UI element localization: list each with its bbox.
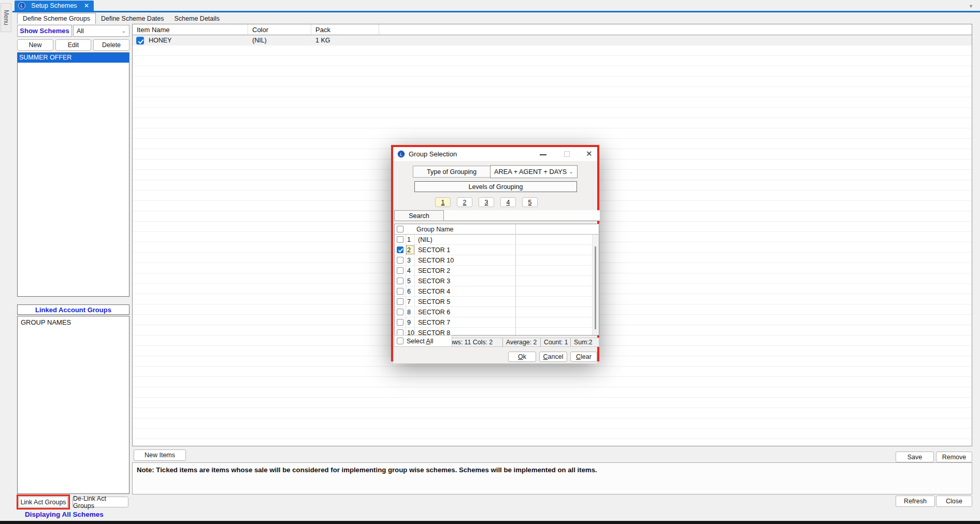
group-name-column-header[interactable]: Group Name: [416, 226, 454, 233]
items-table-header: Item Name Color Pack: [133, 24, 972, 35]
tabstrip-accent-line: [12, 11, 980, 12]
refresh-button[interactable]: Refresh: [896, 496, 935, 507]
level-button-label: 5: [528, 199, 532, 206]
linked-groups-header: GROUP NAMES: [21, 318, 71, 326]
subtab-bar: Define Scheme Groups Define Scheme Dates…: [17, 13, 225, 24]
group-row-name: SECTOR 10: [415, 257, 454, 264]
window-bottom-border: [0, 521, 980, 524]
group-row[interactable]: 2 SECTOR 1: [395, 245, 599, 255]
column-header-color[interactable]: Color: [248, 24, 311, 35]
menu-side-tab[interactable]: Menu: [1, 3, 11, 32]
window-tab-setup-schemes[interactable]: L Setup Schemes ✕: [15, 1, 94, 11]
select-all-checkbox[interactable]: [397, 338, 403, 344]
remove-button[interactable]: Remove: [936, 452, 972, 462]
group-selection-dialog: L Group Selection ✕ Type of Grouping ARE…: [391, 145, 599, 361]
group-row-checkbox[interactable]: [397, 278, 403, 284]
group-row-name: SECTOR 1: [415, 246, 450, 254]
clear-button[interactable]: Clear: [570, 352, 597, 362]
group-table: Group Name 1 (NIL) 2 SECTO: [394, 224, 599, 336]
chevron-down-icon: ⌄: [122, 28, 126, 34]
group-row-name: SECTOR 6: [415, 309, 450, 316]
edit-button[interactable]: Edit: [55, 39, 91, 51]
delete-button[interactable]: Delete: [93, 39, 129, 51]
group-row[interactable]: 5 SECTOR 3: [395, 276, 599, 286]
linked-groups-list[interactable]: GROUP NAMES: [17, 316, 129, 494]
group-row-checkbox[interactable]: [397, 236, 403, 243]
header-checkbox[interactable]: [397, 226, 403, 232]
close-button[interactable]: Close: [936, 496, 972, 507]
scrollbar-thumb[interactable]: [595, 246, 596, 329]
ok-button[interactable]: Ok: [508, 352, 536, 362]
chevron-down-icon: ⌄: [569, 169, 573, 174]
type-of-grouping-value: AREA + AGENT + DAYS: [494, 168, 567, 176]
displaying-schemes-status: Displaying All Schemes: [25, 511, 104, 518]
group-row-checkbox[interactable]: [397, 288, 403, 295]
column-header-pack[interactable]: Pack: [311, 24, 379, 35]
level-button[interactable]: 3: [479, 197, 494, 207]
ok-button-label: Ok: [518, 353, 526, 360]
item-color-cell: (NIL): [248, 37, 311, 44]
scheme-list-item[interactable]: SUMMER OFFER: [18, 53, 129, 63]
group-row-checkbox[interactable]: [397, 246, 403, 253]
column-divider: [515, 224, 516, 335]
vertical-scrollbar[interactable]: [592, 235, 599, 335]
group-row[interactable]: 3 SECTOR 10: [395, 255, 599, 266]
column-header-item-name[interactable]: Item Name: [133, 24, 248, 35]
group-row-number: 1: [406, 235, 415, 244]
group-row-checkbox[interactable]: [397, 257, 403, 264]
tab-overflow-chevron-icon[interactable]: ▼: [969, 4, 973, 9]
dialog-body: Type of Grouping AREA + AGENT + DAYS ⌄ L…: [393, 161, 597, 363]
group-row-name: SECTOR 7: [415, 319, 450, 326]
cancel-button[interactable]: Cancel: [539, 352, 567, 362]
group-row-checkbox[interactable]: [397, 309, 403, 315]
subtab[interactable]: Define Scheme Dates: [96, 13, 169, 24]
scheme-list: SUMMER OFFER: [17, 52, 129, 297]
delink-act-groups-button[interactable]: De-Link Act Groups: [73, 497, 128, 507]
group-row[interactable]: 9 SECTOR 7: [395, 317, 599, 328]
group-row[interactable]: 7 SECTOR 5: [395, 297, 599, 307]
group-row-checkbox[interactable]: [397, 319, 403, 326]
item-checkbox[interactable]: [136, 37, 144, 45]
search-label: Search: [394, 210, 444, 221]
scheme-filter-dropdown[interactable]: All ⌄: [73, 25, 129, 37]
type-of-grouping-dropdown[interactable]: AREA + AGENT + DAYS ⌄: [490, 165, 578, 178]
group-row[interactable]: 1 (NIL): [395, 235, 599, 245]
search-input[interactable]: [444, 210, 600, 221]
linked-account-groups-title: Linked Account Groups: [17, 304, 129, 315]
close-icon[interactable]: ✕: [586, 149, 593, 158]
note-text: Note: Ticked items are items whose sale …: [132, 462, 972, 494]
statusbar-segment: Count: 1: [540, 338, 570, 346]
select-all-row[interactable]: Select All: [394, 335, 452, 347]
level-button-label: 4: [507, 199, 510, 206]
cancel-button-label: Cancel: [543, 353, 564, 360]
new-items-button[interactable]: New Items: [134, 449, 186, 461]
new-button[interactable]: New: [17, 39, 53, 51]
group-row-name: (NIL): [415, 236, 433, 243]
group-row[interactable]: 10 SECTOR 8: [395, 328, 599, 336]
statusbar-segment: Average: 2: [502, 338, 540, 346]
subtab[interactable]: Define Scheme Groups: [17, 13, 96, 24]
link-act-groups-button[interactable]: Link Act Groups: [19, 497, 68, 507]
maximize-icon[interactable]: [564, 151, 570, 157]
minimize-icon[interactable]: [540, 154, 546, 155]
level-button[interactable]: 1: [435, 197, 451, 207]
group-row[interactable]: 4 SECTOR 2: [395, 266, 599, 276]
group-row[interactable]: 8 SECTOR 6: [395, 307, 599, 317]
level-button[interactable]: 5: [522, 197, 538, 207]
group-row[interactable]: 6 SECTOR 4: [395, 286, 599, 297]
level-button[interactable]: 4: [500, 197, 516, 207]
group-row-checkbox[interactable]: [397, 298, 403, 305]
dialog-titlebar[interactable]: L Group Selection ✕: [393, 147, 597, 161]
level-button[interactable]: 2: [457, 197, 472, 207]
tab-close-icon[interactable]: ✕: [83, 2, 90, 9]
dialog-logo-icon: L: [397, 150, 405, 158]
item-row[interactable]: HONEY (NIL) 1 KG: [133, 35, 972, 46]
group-row-checkbox[interactable]: [397, 267, 403, 274]
scheme-name: SUMMER OFFER: [19, 54, 71, 61]
subtab[interactable]: Scheme Details: [169, 13, 225, 24]
dialog-title: Group Selection: [409, 150, 457, 158]
type-of-grouping-label: Type of Grouping: [413, 166, 491, 178]
save-button[interactable]: Save: [896, 452, 934, 462]
select-all-label: Select All: [407, 338, 433, 345]
group-row-number: 8: [406, 307, 415, 317]
